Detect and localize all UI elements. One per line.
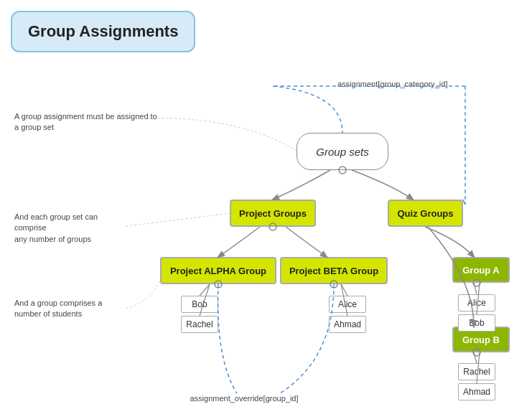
student-rachel-alpha: Rachel bbox=[181, 316, 218, 333]
title-text: Group Assignments bbox=[28, 22, 178, 40]
student-bob-alpha: Bob bbox=[181, 296, 218, 313]
diagram-canvas: Group Assignments A group assignment mus… bbox=[0, 0, 532, 417]
group-a-node: Group A bbox=[452, 257, 510, 283]
project-alpha-node: Project ALPHA Group bbox=[160, 257, 276, 284]
student-ahmad-beta: Ahmad bbox=[329, 316, 366, 333]
student-ahmad-b: Ahmad bbox=[458, 383, 495, 400]
group-set-comprises: And each group set can compriseany numbe… bbox=[14, 212, 129, 245]
assignment-label: assignment[group_category_id] bbox=[337, 79, 481, 90]
title-box: Group Assignments bbox=[11, 11, 195, 52]
student-rachel-b: Rachel bbox=[458, 363, 495, 380]
project-beta-node: Project BETA Group bbox=[280, 257, 388, 284]
quiz-groups-node: Quiz Groups bbox=[388, 200, 463, 227]
student-alice-beta: Alice bbox=[329, 296, 366, 313]
group-comprises: And a group comprises anumber of student… bbox=[14, 298, 129, 320]
project-groups-node: Project Groups bbox=[230, 200, 316, 227]
override-label: assignment_override[group_id] bbox=[165, 393, 323, 404]
student-bob-a: Bob bbox=[458, 314, 495, 332]
group-set-note: A group assignment must be assigned to a… bbox=[14, 111, 158, 133]
group-sets-node: Group sets bbox=[297, 133, 388, 170]
student-alice-a: Alice bbox=[458, 294, 495, 311]
